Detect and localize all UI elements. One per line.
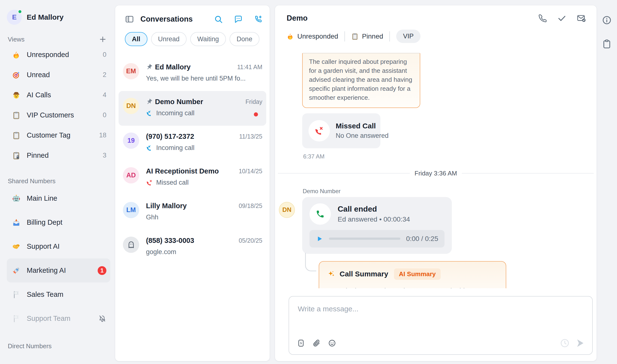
direct-numbers-label: Direct Numbers	[8, 342, 52, 350]
user-name: Ed Mallory	[27, 13, 64, 21]
call-circle	[309, 203, 331, 225]
avatar: EM	[123, 63, 139, 79]
call-summary-title: Call Summary	[340, 270, 388, 278]
avatar: DN	[123, 98, 139, 114]
sidebar-item-sales-team[interactable]: Sales Team	[7, 283, 110, 307]
call-ended-card: Call ended Ed answered • 00:00:34 0:00 /…	[302, 197, 452, 254]
inbox-icon	[12, 218, 20, 227]
conversation-name: Demo Number	[155, 98, 203, 106]
sidebar-item-support-ai[interactable]: Support AI	[7, 234, 110, 259]
incoming-call-icon	[146, 110, 153, 117]
sidebar-toggle-icon[interactable]	[125, 14, 134, 24]
filter-waiting[interactable]: Waiting	[190, 32, 226, 46]
play-button[interactable]	[316, 235, 323, 242]
phone-answered-icon	[315, 209, 325, 219]
call-icon[interactable]	[538, 13, 547, 23]
missed-call-title: Missed Call	[336, 122, 389, 130]
divider-line	[278, 173, 410, 173]
clipboard-icon	[12, 131, 20, 140]
filter-done[interactable]: Done	[230, 32, 260, 46]
sidebar-item-count: 4	[103, 91, 106, 99]
sidebar-item-marketing-ai[interactable]: Marketing AI 1	[7, 259, 110, 283]
sidebar-item-billing-dept[interactable]: Billing Dept	[7, 210, 110, 234]
conversation-row[interactable]: (858) 333-0003 gogle.com 05/20/25	[119, 230, 266, 264]
sidebar-item-label: Support Team	[27, 314, 98, 323]
date-divider: Friday 3:36 AM	[278, 170, 594, 177]
sidebar-item-customer-tag[interactable]: Customer Tag 18	[7, 125, 110, 145]
message-input[interactable]	[289, 297, 592, 313]
app-window: E Ed Mallory Views Unresponded 0 Unread …	[0, 0, 617, 364]
sidebar-item-unresponded[interactable]: Unresponded 0	[7, 45, 110, 65]
tag-label: Pinned	[362, 33, 383, 40]
conversations-panel: Conversations All Unread Waiting Done EM	[115, 5, 270, 361]
snippets-icon[interactable]	[297, 339, 305, 347]
conversation-name: (858) 333-0003	[146, 237, 194, 245]
sidebar-item-vip-customers[interactable]: VIP Customers 0	[7, 105, 110, 125]
clipboard-icon	[351, 33, 358, 40]
conversation-preview: gogle.com	[146, 248, 176, 256]
tag-separator	[389, 31, 390, 41]
sidebar-item-label: Unread	[27, 71, 103, 79]
conversation-row[interactable]: AD AI Receptionist Demo Missed call 10/1…	[119, 160, 266, 195]
sidebar-item-pinned[interactable]: Pinned 3	[7, 145, 110, 166]
mark-read-icon[interactable]	[577, 13, 586, 23]
avatar: AD	[123, 167, 139, 183]
conversation-name: Ed Mallory	[155, 63, 191, 71]
audio-progress-track[interactable]	[329, 238, 400, 240]
fire-icon	[12, 51, 20, 59]
filter-unread[interactable]: Unread	[151, 32, 187, 46]
conversation-time: 05/20/25	[239, 237, 262, 244]
direct-numbers-header: Direct Numbers	[7, 341, 110, 351]
attachment-icon[interactable]	[312, 339, 321, 347]
new-call-icon[interactable]	[254, 14, 263, 24]
mark-done-icon[interactable]	[557, 13, 566, 23]
missed-call-icon	[146, 179, 153, 186]
clipboard-panel-icon[interactable]	[602, 39, 612, 49]
tag-unresponded[interactable]: Unresponded	[287, 33, 338, 40]
flag-icon	[12, 314, 20, 323]
new-message-icon[interactable]	[234, 14, 243, 24]
sidebar-item-sales-team-ai[interactable]: Sales Team AI	[7, 358, 110, 364]
thread-connector	[305, 253, 316, 271]
conversation-row-selected[interactable]: DN Demo Number Incoming call Friday	[119, 91, 266, 126]
missed-call-card[interactable]: Missed Call No One answered	[302, 113, 380, 148]
conversation-name: AI Receptionist Demo	[146, 167, 219, 175]
emoji-icon[interactable]	[328, 339, 336, 347]
ai-summary-badge: AI Summary	[394, 268, 441, 280]
flag-icon	[12, 290, 20, 299]
message-composer	[288, 296, 593, 355]
conversation-row[interactable]: EM Ed Mallory Yes, we will be here until…	[119, 56, 266, 91]
sidebar-item-support-team[interactable]: Support Team	[7, 307, 110, 330]
conversation-preview: Incoming call	[156, 109, 194, 117]
target-icon	[12, 71, 20, 79]
conversation-row[interactable]: 19 (970) 517-2372 Incoming call 11/13/25	[119, 126, 266, 160]
thread-panel: Demo Unresponded Pinned VIP	[275, 5, 597, 361]
send-button[interactable]	[575, 338, 585, 349]
conversation-time: 11:41 AM	[237, 64, 262, 71]
sidebar-item-count: 18	[99, 131, 106, 139]
sidebar-item-ai-calls[interactable]: AI Calls 4	[7, 85, 110, 105]
filter-all[interactable]: All	[125, 32, 148, 46]
sidebar-item-label: Billing Dept	[27, 218, 106, 226]
conversation-name: Lilly Mallory	[146, 202, 187, 210]
user-profile[interactable]: E Ed Mallory	[7, 9, 110, 26]
add-view-icon[interactable]	[99, 35, 107, 43]
sidebar-item-unread[interactable]: Unread 2	[7, 65, 110, 85]
avatar-initial: E	[12, 13, 17, 21]
sidebar-item-label: Support AI	[27, 242, 106, 250]
sidebar-item-label: Main Line	[27, 194, 106, 202]
tag-vip[interactable]: VIP	[396, 30, 421, 43]
info-icon[interactable]	[602, 15, 612, 25]
conversation-time: 10/14/25	[239, 168, 262, 175]
search-icon[interactable]	[214, 14, 223, 24]
conversation-row[interactable]: LM Lilly Mallory Ghh 09/18/25	[119, 195, 266, 230]
message-thread: The caller inquired about preparing for …	[275, 53, 597, 288]
tag-pinned[interactable]: Pinned	[351, 33, 383, 40]
bell-muted-icon	[98, 314, 106, 323]
schedule-send-icon[interactable]	[560, 338, 570, 348]
divider-text: Friday 3:36 AM	[410, 170, 462, 177]
thread-tags: Unresponded Pinned VIP	[287, 30, 586, 43]
sidebar-item-label: Pinned	[27, 151, 103, 159]
sidebar-item-main-line[interactable]: Main Line	[7, 186, 110, 210]
conversation-preview: Yes, we will be here until 5PM fo...	[146, 75, 246, 82]
